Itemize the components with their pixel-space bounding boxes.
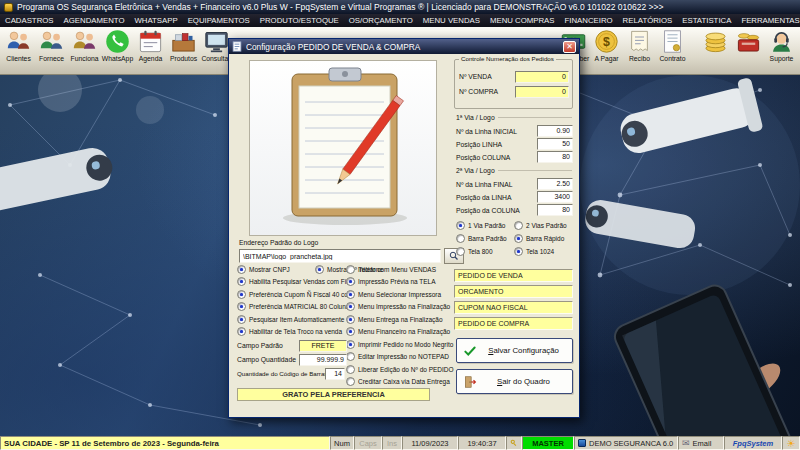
- radio-2-vias-padrao[interactable]: 2 Vias Padrão: [514, 220, 567, 231]
- window-titlebar[interactable]: Programa OS Segurança Eletrônica + Venda…: [0, 0, 800, 14]
- toolbar-produtos[interactable]: Produtos: [167, 28, 200, 62]
- menu-financeiro[interactable]: FINANCEIRO: [560, 16, 618, 25]
- option-editar-notepad[interactable]: Editar Impressão no NOTEPAD: [346, 351, 449, 362]
- hand-with-phone: [611, 282, 796, 436]
- option-entrega-finalizacao[interactable]: Menu Entrega na Finalização: [346, 314, 443, 325]
- status-email-button[interactable]: ✉ Email: [678, 436, 724, 450]
- radio-dot-icon: [456, 247, 465, 256]
- numbering-groupbox: Controle Numeração dos Pedidos: [454, 59, 573, 109]
- radio-dot-icon: [346, 265, 355, 274]
- option-matricial-80[interactable]: Preferência MATRICIAL 80 Colunas: [237, 301, 353, 312]
- toolbar-label: Fornece: [39, 55, 64, 62]
- radio-label: Barra Padrão: [468, 235, 507, 242]
- option-modo-negrito[interactable]: Imprimir Pedido no Modo Negrito: [346, 339, 453, 350]
- toolbar-fornecedores[interactable]: Fornece: [35, 28, 68, 62]
- option-creditar-caixa[interactable]: Creditar Caixa via Data Entrega: [346, 376, 450, 387]
- pedido-de-compra-button[interactable]: PEDIDO DE COMPRA: [454, 317, 573, 330]
- toolbar-whatsapp[interactable]: WhatsApp: [101, 28, 134, 62]
- campo-quantidade-field[interactable]: 99.999.9: [299, 354, 347, 366]
- close-icon[interactable]: ✕: [563, 41, 576, 53]
- option-label: Pesquisar Item Automaticamente: [249, 316, 344, 323]
- linha-final-label: Nº da Linha FINAL: [456, 181, 513, 188]
- pedido-de-venda-button[interactable]: PEDIDO DE VENDA: [454, 269, 573, 282]
- option-pesquisar-vendas-filtro[interactable]: Habilita Pesquisar Vendas com Filtro: [237, 276, 355, 287]
- toolbar-label: Agenda: [139, 55, 162, 62]
- option-mostrar-cnpj[interactable]: Mostrar CNPJ: [237, 264, 290, 275]
- save-config-button[interactable]: Salvar Configuração: [456, 338, 573, 363]
- toolbar-agenda[interactable]: Agenda: [134, 28, 167, 62]
- radio-label: Barra Rápido: [526, 235, 564, 242]
- option-tela-troco[interactable]: Habilitar de Tela Troco na venda: [237, 326, 342, 337]
- venda-number-field[interactable]: 0: [515, 71, 569, 83]
- logo-path-input[interactable]: [239, 249, 441, 263]
- option-liberar-edicao-pedido[interactable]: Liberar Edição do Nº do PEDIDO: [346, 364, 454, 375]
- option-impressao-finalizacao[interactable]: Menu Impressão na Finalização: [346, 301, 450, 312]
- option-label: Iniciar com Menu VENDAS: [358, 266, 436, 273]
- toolbar-label: A Pagar: [594, 55, 618, 62]
- linha-final-field[interactable]: 2.50: [537, 178, 573, 190]
- posicao-linha-field[interactable]: 50: [537, 138, 573, 150]
- option-iniciar-menu-vendas[interactable]: Iniciar com Menu VENDAS: [346, 264, 436, 275]
- toolbar-moedas[interactable]: [699, 28, 732, 62]
- toolbar-clientes[interactable]: Clientes: [2, 28, 35, 62]
- toolbar-label: Produtos: [170, 55, 197, 62]
- toolbar-recibo[interactable]: Recibo: [623, 28, 656, 62]
- option-pesquisar-item-auto[interactable]: Pesquisar Item Automaticamente: [237, 314, 344, 325]
- toolbar-left-group: Clientes Fornece Funciona WhatsApp Agend…: [2, 28, 233, 62]
- qtd-codigo-barras-field[interactable]: 14: [325, 368, 345, 380]
- posicao-linha-label: Posição LINHA: [456, 141, 502, 148]
- cash-register-icon: [735, 28, 762, 55]
- radio-tela-800[interactable]: Tela 800: [456, 246, 493, 257]
- posicao-coluna-field[interactable]: 80: [537, 151, 573, 163]
- menu-menu-vendas[interactable]: MENU VENDAS: [418, 16, 485, 25]
- check-icon: [463, 344, 477, 358]
- menu-whatsapp[interactable]: WHATSAPP: [129, 16, 182, 25]
- option-cupom-nao-fiscal-40[interactable]: Preferência Cupom Ñ Fiscal 40 col: [237, 289, 349, 300]
- exit-dialog-button[interactable]: Sair do Quadro: [456, 369, 573, 394]
- orcamento-button[interactable]: ORCAMENTO: [454, 285, 573, 298]
- status-product: DEMO SEGURANCA 6.0: [574, 436, 678, 450]
- shield-icon: [578, 439, 586, 447]
- status-num-lock: Num: [330, 436, 354, 450]
- radio-1-via-padrao[interactable]: 1 Via Padrão: [456, 220, 505, 231]
- toolbar-contrato[interactable]: Contrato: [656, 28, 689, 62]
- toolbar-a-pagar[interactable]: $ A Pagar: [590, 28, 623, 62]
- option-selecionar-impressora[interactable]: Menu Selecionar Impressora: [346, 289, 441, 300]
- toolbar-label: WhatsApp: [102, 55, 133, 62]
- linha-inicial-field[interactable]: 0.90: [537, 125, 573, 137]
- app-icon: [4, 3, 13, 12]
- compra-label: Nº COMPRA: [459, 88, 498, 95]
- numbering-title: Controle Numeração dos Pedidos: [459, 55, 556, 62]
- radio-tela-1024[interactable]: Tela 1024: [514, 246, 554, 257]
- cupom-nao-fiscal-button[interactable]: CUPOM NAO FISCAL: [454, 301, 573, 314]
- radio-dot-icon: [346, 352, 355, 361]
- option-label: Preferência Cupom Ñ Fiscal 40 col: [249, 291, 349, 298]
- envelope-icon: ✉: [682, 438, 690, 448]
- menu-ferramentas[interactable]: FERRAMENTAS: [736, 16, 800, 25]
- toolbar-label: Suporte: [770, 55, 794, 62]
- option-impressao-previa[interactable]: Impressão Prévia na TELA: [346, 276, 436, 287]
- radio-dot-icon: [514, 234, 523, 243]
- radio-barra-rapido[interactable]: Barra Rápido: [514, 233, 564, 244]
- menu-relatorios[interactable]: RELATÓRIOS: [618, 16, 678, 25]
- campo-padrao-field[interactable]: FRETE: [299, 340, 347, 352]
- posicao-da-coluna-field[interactable]: 80: [537, 204, 573, 216]
- menu-cadastros[interactable]: CADASTROS: [0, 16, 59, 25]
- option-financeiro-finalizacao[interactable]: Menu Financeiro na Finalização: [346, 326, 450, 337]
- radio-barra-padrao[interactable]: Barra Padrão: [456, 233, 507, 244]
- toolbar-funcionarios[interactable]: Funciona: [68, 28, 101, 62]
- coins-icon: [702, 28, 729, 55]
- toolbar-caixa[interactable]: [732, 28, 765, 62]
- dialog-titlebar[interactable]: Configuração PEDIDO DE VENDA & COMPRA ✕: [229, 39, 579, 54]
- compra-number-field[interactable]: 0: [515, 86, 569, 98]
- toolbar-suporte[interactable]: Suporte: [765, 28, 798, 62]
- radio-dot-icon: [237, 290, 246, 299]
- menu-menu-compras[interactable]: MENU COMPRAS: [485, 16, 560, 25]
- products-icon: [170, 28, 197, 55]
- posicao-da-linha-field[interactable]: 3400: [537, 191, 573, 203]
- menu-equipamentos[interactable]: EQUIPAMENTOS: [183, 16, 255, 25]
- menu-agendamento[interactable]: AGENDAMENTO: [59, 16, 130, 25]
- menu-produto-estoque[interactable]: PRODUTO/ESTOQUE: [255, 16, 344, 25]
- menu-os-orcamento[interactable]: OS/ORÇAMENTO: [344, 16, 418, 25]
- menu-estatistica[interactable]: ESTATISTICA: [677, 16, 736, 25]
